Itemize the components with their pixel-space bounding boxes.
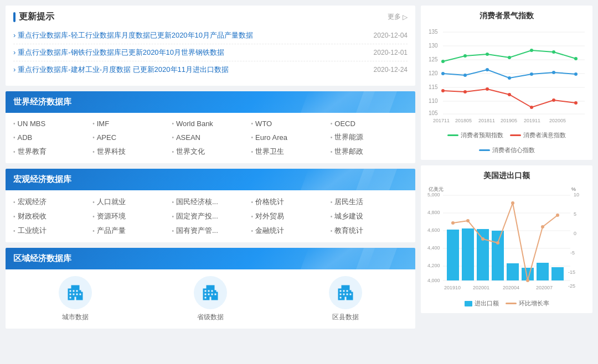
db-item[interactable]: 人口就业 xyxy=(92,197,169,207)
right-panel: 消费者景气指数 135 130 125 120 115 110 105 xyxy=(421,6,592,329)
svg-text:202005: 202005 xyxy=(549,118,566,123)
svg-text:-25: -25 xyxy=(568,283,575,289)
db-item[interactable]: 金融统计 xyxy=(251,226,328,236)
db-item[interactable]: World Bank xyxy=(172,119,249,128)
legend-item: 消费者预期指数 xyxy=(447,131,503,139)
svg-text:201905: 201905 xyxy=(501,118,517,123)
db-item[interactable]: 工业统计 xyxy=(13,226,90,236)
svg-text:125: 125 xyxy=(429,56,438,63)
db-item[interactable]: 世界教育 xyxy=(13,147,90,157)
db-item[interactable]: ADB xyxy=(13,132,90,142)
svg-text:201711: 201711 xyxy=(433,118,450,123)
db-item[interactable]: 资源环境 xyxy=(92,211,169,221)
left-panel: 更新提示 更多 ▷ 重点行业数据库-轻工行业数据库月度数据已更新2020年10月… xyxy=(6,6,415,329)
svg-point-27 xyxy=(574,101,578,105)
svg-rect-68 xyxy=(551,267,564,280)
svg-text:4,000: 4,000 xyxy=(427,278,440,283)
svg-rect-61 xyxy=(447,230,459,280)
svg-text:4,600: 4,600 xyxy=(427,227,440,233)
macro-db-content: 宏观经济人口就业国民经济核...价格统计居民生活财政税收资源环境固定资产投...… xyxy=(6,190,415,242)
svg-point-24 xyxy=(508,93,511,96)
us-trade-chart-svg: 5,000 4,800 4,600 4,400 4,200 4,000 亿美元 … xyxy=(427,185,586,296)
more-arrow-icon: ▷ xyxy=(403,13,408,21)
us-trade-chart-card: 美国进出口额 5,000 4,800 4,600 4,400 4,200 4,0… xyxy=(421,165,592,313)
legend-dot xyxy=(447,134,458,136)
update-item: 重点行业数据库-轻工行业数据库月度数据已更新2020年10月产品产量数据 202… xyxy=(13,27,408,44)
db-item[interactable]: 宏观经济 xyxy=(13,197,90,207)
svg-text:201805: 201805 xyxy=(455,118,472,123)
db-item[interactable]: 固定资产投... xyxy=(172,211,249,221)
update-section: 更新提示 更多 ▷ 重点行业数据库-轻工行业数据库月度数据已更新2020年10月… xyxy=(6,6,415,86)
update-item: 重点行业数据库-钢铁行业数据库已更新2020年10月世界钢铁数据 2020-12… xyxy=(13,44,408,61)
macro-db-section: 宏观经济数据库 宏观经济人口就业国民经济核...价格统计居民生活财政税收资源环境… xyxy=(6,169,415,242)
legend-bar xyxy=(465,301,472,306)
svg-text:201910: 201910 xyxy=(444,285,461,290)
db-item[interactable]: APEC xyxy=(92,132,169,142)
svg-point-25 xyxy=(530,106,533,109)
update-date: 2020-12-04 xyxy=(374,32,408,39)
db-item[interactable]: 教育统计 xyxy=(331,226,408,236)
db-item[interactable]: UN MBS xyxy=(13,119,90,128)
svg-text:5,000: 5,000 xyxy=(427,192,440,197)
area-db-title: 区域经济数据库 xyxy=(13,253,71,264)
update-date: 2020-12-24 xyxy=(374,66,408,74)
svg-point-20 xyxy=(574,57,578,60)
update-link[interactable]: 重点行业数据库-轻工行业数据库月度数据已更新2020年10月产品产量数据 xyxy=(13,30,363,40)
svg-text:110: 110 xyxy=(429,98,438,104)
svg-text:10: 10 xyxy=(574,192,579,197)
db-item[interactable]: 世界能源 xyxy=(331,132,408,142)
db-item[interactable]: 世界文化 xyxy=(172,147,249,157)
svg-point-30 xyxy=(486,68,489,71)
db-item[interactable]: 世界科技 xyxy=(92,147,169,157)
svg-text:201911: 201911 xyxy=(524,118,540,123)
db-item[interactable]: 居民生活 xyxy=(331,197,408,207)
consumer-chart-card: 消费者景气指数 135 130 125 120 115 110 105 xyxy=(421,6,592,160)
db-item[interactable]: 价格统计 xyxy=(251,197,328,207)
area-db-section: 区域经济数据库 城市数据 省级数据 区县数据 xyxy=(6,248,415,329)
svg-point-15 xyxy=(463,54,467,58)
legend-dot xyxy=(510,134,521,136)
svg-point-18 xyxy=(530,49,533,52)
svg-point-26 xyxy=(552,98,555,102)
svg-point-75 xyxy=(541,225,544,228)
db-item[interactable]: 产品产量 xyxy=(92,226,169,236)
area-label: 城市数据 xyxy=(62,313,89,322)
svg-point-69 xyxy=(451,221,455,225)
db-item[interactable]: 国有资产管... xyxy=(172,226,249,236)
svg-point-72 xyxy=(496,241,499,245)
svg-text:202001: 202001 xyxy=(473,285,489,290)
update-link[interactable]: 重点行业数据库-钢铁行业数据库已更新2020年10月世界钢铁数据 xyxy=(13,48,363,58)
db-item[interactable]: 对外贸易 xyxy=(251,211,328,221)
us-trade-chart-legend: 进出口额环比增长率 xyxy=(427,299,586,308)
db-item[interactable]: 世界卫生 xyxy=(251,147,328,157)
svg-text:120: 120 xyxy=(429,70,438,76)
db-item[interactable]: 国民经济核... xyxy=(172,197,249,207)
db-item[interactable]: IMF xyxy=(92,119,169,128)
svg-point-33 xyxy=(552,71,555,74)
svg-point-14 xyxy=(441,60,445,63)
db-item[interactable]: Euro Area xyxy=(251,132,328,142)
svg-text:115: 115 xyxy=(429,84,438,90)
more-link[interactable]: 更多 ▷ xyxy=(388,12,408,22)
svg-point-34 xyxy=(574,72,578,76)
consumer-chart-svg: 135 130 125 120 115 110 105 xyxy=(427,25,586,128)
db-item[interactable]: 财政税收 xyxy=(13,211,90,221)
db-item[interactable]: 城乡建设 xyxy=(331,211,408,221)
legend-dot xyxy=(479,149,490,151)
db-item[interactable]: ASEAN xyxy=(172,132,249,142)
area-item[interactable]: 省级数据 xyxy=(148,276,272,322)
svg-text:0: 0 xyxy=(574,231,576,236)
db-item[interactable]: 世界邮政 xyxy=(331,147,408,157)
world-db-content: UN MBSIMFWorld BankWTOOECDADBAPECASEANEu… xyxy=(6,113,415,163)
world-db-title: 世界经济数据库 xyxy=(13,97,71,107)
area-item[interactable]: 城市数据 xyxy=(13,276,137,322)
update-link[interactable]: 重点行业数据库-建材工业-月度数据 已更新2020年11月进出口数据 xyxy=(13,65,363,75)
svg-text:202004: 202004 xyxy=(503,285,519,290)
svg-text:%: % xyxy=(571,186,576,192)
update-list: 重点行业数据库-轻工行业数据库月度数据已更新2020年10月产品产量数据 202… xyxy=(13,27,408,78)
legend-item: 消费者满意指数 xyxy=(510,131,566,139)
update-item: 重点行业数据库-建材工业-月度数据 已更新2020年11月进出口数据 2020-… xyxy=(13,61,408,78)
db-item[interactable]: OECD xyxy=(331,119,408,128)
area-item[interactable]: 区县数据 xyxy=(283,276,408,322)
db-item[interactable]: WTO xyxy=(251,119,328,128)
